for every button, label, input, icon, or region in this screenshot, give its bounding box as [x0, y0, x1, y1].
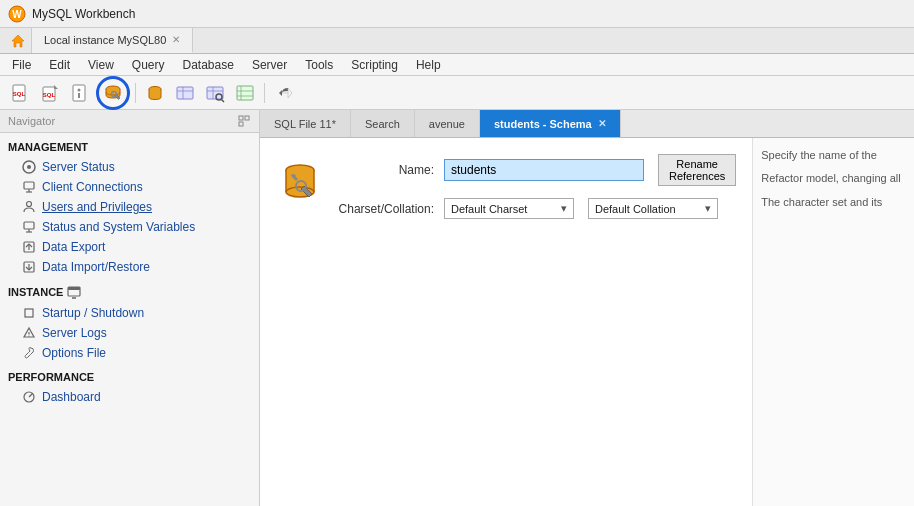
sidebar-item-status-variables[interactable]: Status and System Variables: [0, 217, 259, 237]
menu-help[interactable]: Help: [408, 56, 449, 74]
name-field-row: Name: Rename References: [334, 154, 736, 186]
collation-chevron-icon: ▾: [705, 202, 711, 215]
sidebar-item-startup-shutdown[interactable]: Startup / Shutdown: [0, 303, 259, 323]
inspect2-button[interactable]: [231, 80, 259, 106]
home-tab[interactable]: [4, 28, 32, 53]
create-schema-button[interactable]: [141, 80, 169, 106]
instance-tab-label: Local instance MySQL80: [44, 34, 166, 46]
main-area: Navigator MANAGEMENT Server Status: [0, 110, 914, 506]
navigator-label: Navigator: [8, 115, 55, 127]
power-icon: [22, 306, 36, 320]
charset-label: Charset/Collation:: [334, 202, 434, 216]
sidebar-item-client-connections[interactable]: Client Connections: [0, 177, 259, 197]
inspect-icon: [205, 83, 225, 103]
instance-tab-close[interactable]: ✕: [172, 34, 180, 45]
menubar: File Edit View Query Database Server Too…: [0, 54, 914, 76]
circle-icon: [22, 160, 36, 174]
create-schema-icon: [145, 83, 165, 103]
menu-file[interactable]: File: [4, 56, 39, 74]
svg-rect-41: [68, 287, 80, 290]
tab-avenue[interactable]: avenue: [415, 110, 480, 137]
svg-point-7: [78, 88, 81, 91]
info-button[interactable]: [66, 80, 94, 106]
info-line1: Specify the name of the: [761, 148, 906, 163]
sidebar-item-server-status[interactable]: Server Status: [0, 157, 259, 177]
svg-rect-12: [177, 87, 193, 99]
inspect-button[interactable]: [201, 80, 229, 106]
menu-server[interactable]: Server: [244, 56, 295, 74]
sidebar-item-users-privileges[interactable]: Users and Privileges: [0, 197, 259, 217]
expand-icon[interactable]: [237, 114, 251, 128]
nav-back-icon: [274, 83, 294, 103]
sidebar-item-server-logs[interactable]: Server Logs: [0, 323, 259, 343]
name-input[interactable]: [444, 159, 644, 181]
tab-students-schema[interactable]: students - Schema ✕: [480, 110, 621, 137]
app-icon: W: [8, 5, 26, 23]
content-area: SQL File 11* Search avenue students - Sc…: [260, 110, 914, 506]
info-line3: The character set and its: [761, 195, 906, 210]
fields-container: Name: Rename References Charset/Collatio…: [334, 154, 736, 219]
performance-section-header[interactable]: PERFORMANCE: [0, 363, 259, 387]
menu-database[interactable]: Database: [175, 56, 242, 74]
svg-rect-24: [239, 116, 243, 120]
charset-dropdown[interactable]: Default Charset ▾: [444, 198, 574, 219]
new-sql-icon: SQL: [10, 83, 30, 103]
nav-back-button[interactable]: [270, 80, 298, 106]
tabbar: Local instance MySQL80 ✕: [0, 28, 914, 54]
inspect2-icon: [235, 83, 255, 103]
alter-table-button[interactable]: [171, 80, 199, 106]
instance-label: INSTANCE: [8, 286, 63, 298]
svg-text:W: W: [12, 9, 22, 20]
menu-view[interactable]: View: [80, 56, 122, 74]
schema-editor: Name: Rename References Charset/Collatio…: [260, 138, 752, 506]
svg-point-28: [27, 165, 31, 169]
tab-sql-file[interactable]: SQL File 11*: [260, 110, 351, 137]
students-tab-close[interactable]: ✕: [598, 118, 606, 129]
svg-rect-33: [24, 222, 34, 229]
sidebar-item-options-file[interactable]: Options File: [0, 343, 259, 363]
rename-references-button[interactable]: Rename References: [658, 154, 736, 186]
instance-tab[interactable]: Local instance MySQL80 ✕: [32, 28, 193, 53]
svg-point-32: [27, 202, 32, 207]
open-sql-button[interactable]: SQL: [36, 80, 64, 106]
svg-rect-20: [237, 86, 253, 100]
schema-icon-wrap: [276, 158, 324, 209]
collation-dropdown[interactable]: Default Collation ▾: [588, 198, 718, 219]
svg-point-45: [28, 335, 29, 336]
menu-query[interactable]: Query: [124, 56, 173, 74]
svg-rect-43: [25, 309, 33, 317]
svg-rect-8: [78, 93, 80, 98]
sidebar-item-data-import[interactable]: Data Import/Restore: [0, 257, 259, 277]
schema-db-icon: [276, 158, 324, 206]
sidebar-item-dashboard[interactable]: Dashboard: [0, 387, 259, 407]
db-connect-button[interactable]: [96, 76, 130, 110]
charset-field-row: Charset/Collation: Default Charset ▾ Def…: [334, 198, 736, 219]
info-panel: Specify the name of the Refactor model, …: [752, 138, 914, 506]
svg-rect-15: [207, 87, 223, 99]
performance-label: PERFORMANCE: [8, 371, 94, 383]
svg-rect-25: [245, 116, 249, 120]
svg-rect-29: [24, 182, 34, 189]
menu-tools[interactable]: Tools: [297, 56, 341, 74]
download-icon: [22, 260, 36, 274]
management-label: MANAGEMENT: [8, 141, 88, 153]
sidebar-item-data-export[interactable]: Data Export: [0, 237, 259, 257]
info-line2: Refactor model, changing all: [761, 171, 906, 186]
menu-scripting[interactable]: Scripting: [343, 56, 406, 74]
info-icon: [70, 83, 90, 103]
svg-line-47: [29, 394, 32, 397]
monitor-icon: [22, 180, 36, 194]
instance-icon: [67, 285, 81, 299]
svg-rect-26: [239, 122, 243, 126]
new-sql-button[interactable]: SQL: [6, 80, 34, 106]
instance-section-header[interactable]: INSTANCE: [0, 277, 259, 303]
schema-body: Name: Rename References Charset/Collatio…: [276, 154, 736, 219]
management-section-header[interactable]: MANAGEMENT: [0, 133, 259, 157]
toolbar-sep1: [135, 83, 136, 103]
svg-text:SQL: SQL: [43, 92, 56, 98]
menu-edit[interactable]: Edit: [41, 56, 78, 74]
sidebar: Navigator MANAGEMENT Server Status: [0, 110, 260, 506]
sidebar-header: Navigator: [0, 110, 259, 133]
svg-text:SQL: SQL: [13, 91, 26, 97]
tab-search[interactable]: Search: [351, 110, 415, 137]
